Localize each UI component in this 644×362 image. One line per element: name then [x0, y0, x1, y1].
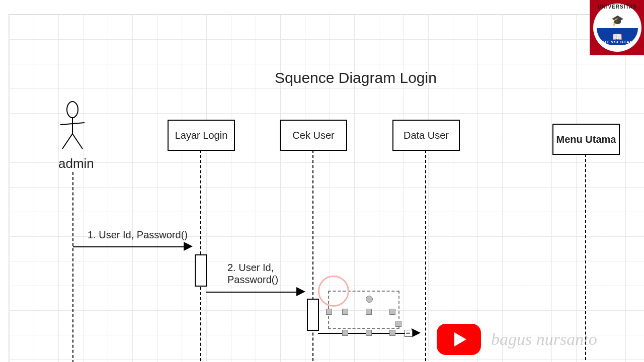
message-arrow-m3[interactable] [318, 333, 413, 334]
author-watermark: bagus nursanto [491, 330, 597, 349]
lifeline-label: Data User [404, 130, 449, 141]
arrowhead-icon [296, 287, 305, 296]
message-glyph-icon [405, 330, 413, 337]
activation-layar-login[interactable] [195, 254, 207, 287]
logo-text-top: UNIVERSITAS [591, 4, 644, 10]
resize-handle[interactable] [389, 330, 395, 336]
svg-point-0 [67, 102, 78, 118]
rotate-handle[interactable] [366, 296, 373, 303]
svg-line-4 [72, 134, 83, 149]
arrowhead-icon [412, 328, 421, 337]
actor-icon [57, 101, 88, 151]
resize-handle[interactable] [342, 309, 348, 315]
message-arrow-m2[interactable] [206, 292, 297, 293]
resize-handle[interactable] [366, 309, 372, 315]
lifeline-box-data-user[interactable]: Data User [392, 120, 460, 151]
lifeline-box-layar-login[interactable]: Layar Login [168, 120, 235, 151]
message-label-m2: 2. User Id, Password() [227, 261, 278, 286]
resize-handle[interactable] [366, 330, 372, 336]
lifeline-data-user [425, 150, 426, 361]
youtube-play-icon[interactable] [437, 324, 481, 355]
lifeline-label: Menu Utama [556, 134, 616, 145]
arrowhead-icon [184, 242, 193, 251]
lifeline-box-menu-utama[interactable]: Menu Utama [552, 124, 620, 155]
resize-handle[interactable] [326, 309, 332, 315]
lifeline-admin [72, 172, 73, 362]
lifeline-box-cek-user[interactable]: Cek User [280, 120, 347, 151]
lifeline-label: Cek User [292, 130, 334, 141]
resize-handle[interactable] [342, 330, 348, 336]
logo-text-bottom: POTENSI UTAMA [591, 40, 644, 44]
resize-handle[interactable] [389, 309, 395, 315]
lifeline-label: Layar Login [175, 130, 228, 141]
graduation-cap-icon: 🎓 [591, 14, 644, 26]
actor-label: admin [58, 156, 94, 171]
activation-cek-user[interactable] [307, 299, 319, 331]
svg-line-3 [62, 134, 72, 149]
resize-handle[interactable] [395, 321, 401, 327]
diagram-title: Squence Diagram Login [275, 69, 437, 86]
message-arrow-m1[interactable] [73, 246, 185, 247]
message-label-m1: 1. User Id, Password() [88, 229, 188, 241]
university-logo: UNIVERSITAS 🎓 📖 POTENSI UTAMA [590, 0, 644, 55]
cursor-indicator-icon [318, 276, 349, 307]
